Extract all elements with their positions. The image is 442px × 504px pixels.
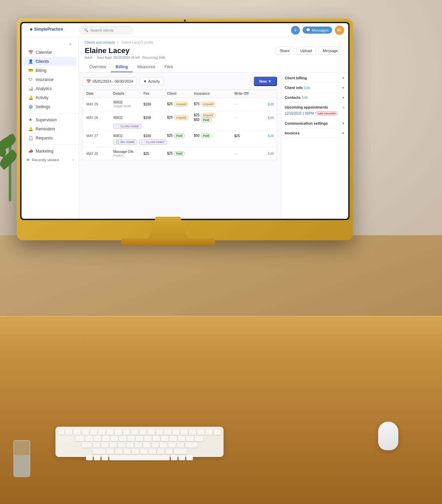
row3-edit[interactable]: Edit (268, 134, 277, 138)
activity-icon: 🔔 (28, 95, 33, 100)
client-edit-link[interactable]: Edit (159, 56, 165, 59)
panel-upcoming-appointments: Upcoming appointments ∧ 12/16/2022 1:00P… (285, 105, 345, 119)
tab-billing[interactable]: Billing (111, 62, 133, 72)
recently-viewed-label: Recently viewed (32, 158, 59, 162)
col-details: Details (113, 92, 144, 95)
filter-icon: ▼ (143, 79, 147, 83)
recently-viewed[interactable]: 👁 Recently viewed › (22, 156, 78, 164)
client-info-edit-link[interactable]: Edit (304, 86, 310, 90)
glass-body (13, 440, 30, 477)
new-button-label: New ▼ (259, 79, 272, 83)
col-insurance: Insurance (194, 92, 234, 95)
sidebar-label-insurance: Insurance (36, 77, 53, 82)
calendar-icon: 📅 (28, 50, 33, 55)
messages-label: Messages (312, 28, 329, 32)
sidebar-item-supervision[interactable]: 👁 Supervision (24, 116, 76, 124)
inv-badge[interactable]: 📋 INV #3468 (113, 139, 137, 145)
panel-communication-header[interactable]: Communication settings ▼ (285, 121, 345, 125)
row1-writeoff: - - (234, 102, 268, 106)
contacts-edit-link[interactable]: Edit (302, 96, 308, 99)
profile-tabs: Overview Billing Measures Files (85, 62, 342, 72)
row3-details: 90832 (113, 134, 144, 138)
tab-measures[interactable]: Measures (133, 62, 160, 72)
messages-button[interactable]: 💬 Messages (303, 27, 332, 34)
date-range-button[interactable]: 📅 05/01/2024 - 06/30/2024 (83, 77, 137, 86)
row1-edit[interactable]: Edit (268, 102, 277, 106)
sidebar-label-billing: Billing (36, 68, 46, 73)
client-actions: Share Upload Message (275, 47, 342, 55)
new-button[interactable]: New ▼ (254, 77, 277, 86)
settings-icon: ⚙️ (28, 104, 33, 109)
client-subtitle: Adult · Next Appt: 08/15/2024 (8 left · … (85, 56, 342, 59)
sidebar-label-marketing: Marketing (36, 149, 53, 154)
row2-ins-status: Unpaid (201, 113, 216, 118)
chevron-right-icon: › (72, 158, 74, 162)
table-row: MAY 27 90832 $100 $25 Paid $50 Paid $25 … (83, 131, 277, 139)
sidebar-collapse[interactable]: « (69, 42, 72, 46)
sidebar-label-analytics: Analytics (36, 86, 52, 91)
tab-files[interactable]: Files (160, 62, 177, 72)
plus-button[interactable]: + (291, 26, 300, 35)
document-icon-2: 📄 (142, 140, 145, 144)
table-header: Date Details Fee Client Insurance Write-… (83, 90, 277, 98)
calendar-icon-small: 📅 (86, 79, 91, 84)
message-button[interactable]: Message (318, 47, 342, 55)
claim-badge-2[interactable]: 📄 CLAIM #3467 (139, 139, 167, 145)
tab-overview[interactable]: Overview (85, 62, 111, 72)
sidebar-item-insurance[interactable]: 🛡 Insurance (24, 75, 76, 84)
client-header: Clients and contacts / Elaine Lacey's pr… (79, 37, 348, 73)
sidebar: « 📅 Calendar 👤 Clients 💳 Billing (22, 37, 79, 219)
share-button[interactable]: Share (275, 47, 294, 55)
upload-button[interactable]: Upload (296, 47, 317, 55)
claim-badge[interactable]: 📄 CLAIM #3468 (113, 124, 141, 129)
row4-edit[interactable]: Edit (268, 152, 277, 156)
chevron-down-icon: ▼ (341, 76, 345, 80)
panel-client-billing: Client billing ▼ (285, 76, 345, 83)
sidebar-item-marketing[interactable]: 📣 Marketing (24, 147, 76, 156)
panel-invoices-header[interactable]: Invoices ▼ (285, 131, 345, 135)
panel-upcoming-title: Upcoming appointments (285, 105, 328, 109)
panel-upcoming-header[interactable]: Upcoming appointments ∧ (285, 105, 345, 109)
breadcrumb-parent[interactable]: Clients and contacts (85, 41, 115, 44)
col-client: Client (167, 92, 194, 95)
billing-main: 📅 05/01/2024 - 06/30/2024 ▼ Activity New… (79, 73, 281, 219)
sidebar-label-activity: Activity (36, 95, 48, 100)
app-header: ● SimplePractice 🔍 Search clients + 💬 Me… (22, 23, 348, 37)
panel-contacts-title: Contacts (285, 95, 300, 99)
sidebar-item-clients[interactable]: 👤 Clients (24, 57, 76, 66)
sidebar-item-reminders[interactable]: 🔔 Reminders (24, 125, 76, 133)
panel-client-info-title: Client info (285, 86, 303, 90)
appt-date[interactable]: 12/16/2022 1:00PM (285, 112, 314, 115)
col-date: Date (86, 92, 113, 95)
reminders-icon: 🔔 (28, 127, 33, 131)
filter-button[interactable]: ▼ Activity (139, 77, 164, 85)
row1-ins-status: Unpaid (201, 102, 216, 107)
client-name: Elaine Lacey (85, 46, 129, 55)
row2-edit[interactable]: Edit (268, 116, 277, 120)
sidebar-item-settings[interactable]: ⚙️ Settings (24, 102, 76, 111)
sidebar-item-calendar[interactable]: 📅 Calendar (24, 48, 76, 57)
upcoming-appt-content: 12/16/2022 1:00PM Late canceled (285, 111, 345, 116)
row3-client-status: Paid (174, 133, 185, 138)
col-fee: Fee (144, 92, 167, 95)
sidebar-item-analytics[interactable]: 📊 Analytics (24, 84, 76, 93)
header-right: + 💬 Messages EL (291, 26, 344, 35)
panel-client-billing-header[interactable]: Client billing ▼ (285, 76, 345, 80)
user-avatar[interactable]: EL (335, 26, 344, 35)
date-range-label: 05/01/2024 - 06/30/2024 (93, 79, 133, 83)
app-logo: ● SimplePractice (26, 25, 76, 36)
row2-details: 90832 (113, 116, 144, 120)
panel-contacts-header[interactable]: Contacts Edit ▼ (285, 95, 345, 99)
sidebar-item-requests[interactable]: 📋 Requests (24, 134, 76, 142)
sidebar-item-billing[interactable]: 💳 Billing (24, 66, 76, 75)
content-area: Clients and contacts / Elaine Lacey's pr… (79, 37, 348, 219)
panel-client-info-header[interactable]: Client info Edit ▼ (285, 86, 345, 90)
table-row-with-inv-claim: MAY 27 90832 $100 $25 Paid $50 Paid $25 … (83, 131, 277, 147)
col-writeoff: Write-Off (234, 92, 268, 95)
plant (0, 67, 27, 202)
billing-table: Date Details Fee Client Insurance Write-… (83, 89, 277, 160)
search-bar[interactable]: 🔍 Search clients (79, 26, 133, 34)
search-icon: 🔍 (84, 28, 88, 32)
appt-link[interactable]: 08/15/2024 (114, 56, 130, 59)
sidebar-item-activity[interactable]: 🔔 Activity (24, 93, 76, 102)
